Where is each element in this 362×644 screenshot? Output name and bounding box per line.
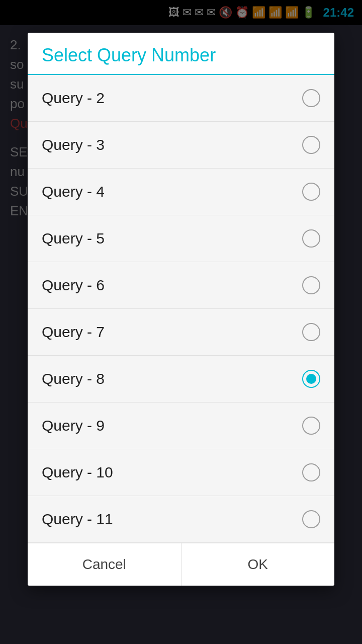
dialog-list: Query - 2 Query - 3 Query - 4 Query - 5 … — [28, 75, 334, 543]
item-label-q5: Query - 5 — [42, 230, 105, 247]
list-item-q4[interactable]: Query - 4 — [28, 169, 334, 215]
radio-btn-q3[interactable] — [302, 136, 320, 154]
dialog-title: Select Query Number — [42, 45, 320, 74]
item-label-q2: Query - 2 — [42, 90, 105, 107]
cancel-button[interactable]: Cancel — [28, 543, 181, 586]
radio-btn-q2[interactable] — [302, 89, 320, 107]
list-item-q7[interactable]: Query - 7 — [28, 309, 334, 356]
item-label-q6: Query - 6 — [42, 277, 105, 294]
item-label-q9: Query - 9 — [42, 417, 105, 434]
radio-btn-q6[interactable] — [302, 276, 320, 294]
list-item-q2[interactable]: Query - 2 — [28, 75, 334, 122]
list-item-q10[interactable]: Query - 10 — [28, 449, 334, 496]
radio-btn-q5[interactable] — [302, 229, 320, 248]
item-label-q10: Query - 10 — [42, 464, 113, 481]
item-label-q11: Query - 11 — [42, 511, 113, 528]
list-item-q3[interactable]: Query - 3 — [28, 122, 334, 169]
item-label-q7: Query - 7 — [42, 324, 105, 341]
dialog-actions: Cancel OK — [28, 543, 334, 586]
radio-btn-q4[interactable] — [302, 183, 320, 201]
radio-btn-q10[interactable] — [302, 463, 320, 481]
list-item-q5[interactable]: Query - 5 — [28, 215, 334, 262]
item-label-q3: Query - 3 — [42, 136, 105, 153]
list-item-q9[interactable]: Query - 9 — [28, 403, 334, 449]
ok-button[interactable]: OK — [181, 543, 335, 586]
list-item-q6[interactable]: Query - 6 — [28, 262, 334, 309]
item-label-q4: Query - 4 — [42, 183, 105, 200]
item-label-q8: Query - 8 — [42, 370, 105, 387]
list-item-q8[interactable]: Query - 8 — [28, 356, 334, 403]
radio-btn-q7[interactable] — [302, 323, 320, 341]
dialog-header: Select Query Number — [28, 33, 334, 75]
radio-inner-q8 — [306, 374, 316, 384]
list-item-q11[interactable]: Query - 11 — [28, 496, 334, 543]
select-query-dialog: Select Query Number Query - 2 Query - 3 … — [28, 33, 334, 586]
radio-btn-q8[interactable] — [302, 370, 320, 388]
radio-btn-q9[interactable] — [302, 417, 320, 435]
radio-btn-q11[interactable] — [302, 510, 320, 528]
